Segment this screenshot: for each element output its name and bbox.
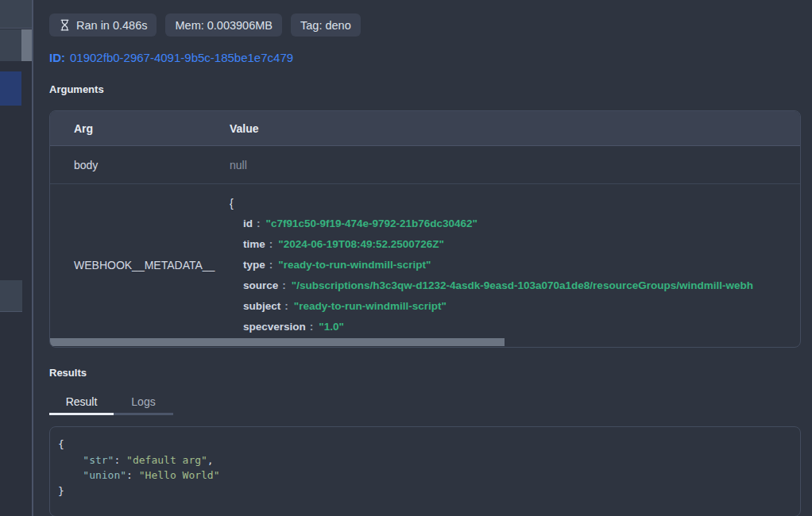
json-value: "2024-06-19T08:49:52.2500726Z" [278, 238, 444, 250]
badge-label: Mem: 0.003906MB [175, 19, 273, 32]
arguments-table-header: Arg Value [50, 111, 800, 146]
sidebar-selected-row[interactable] [0, 71, 21, 106]
left-sidebar [0, 0, 33, 516]
json-key: subject [243, 300, 280, 312]
sidebar-vertical-scrollbar-thumb[interactable] [21, 29, 32, 61]
tab-logs[interactable]: Logs [114, 391, 173, 415]
run-stats-badges: Ran in 0.486sMem: 0.003906MBTag: deno [49, 13, 801, 37]
hourglass-icon [59, 19, 71, 31]
json-entry-specversion: specversion:"1.0" [230, 317, 800, 337]
json-entry-subject: subject:"ready-to-run-windmill-script" [230, 296, 800, 317]
arg-value-null: null [220, 159, 800, 171]
json-value: "1.0" [319, 321, 344, 333]
json-value: "ready-to-run-windmill-script" [278, 259, 431, 271]
results-section-title: Results [49, 367, 801, 379]
json-colon: : [253, 218, 266, 229]
badge-label: Tag: deno [300, 19, 351, 32]
stat-badge-0: Ran in 0.486s [49, 13, 157, 37]
json-key: source [243, 279, 278, 291]
json-object-viewer: {id:"c7f91c50-9f19-474e-9792-21b76dc3046… [220, 193, 800, 337]
json-colon: : [265, 238, 279, 250]
code-line: { [58, 437, 792, 452]
code-line: "union": "Hello World" [58, 468, 792, 483]
json-entry-source: source:"/subscriptions/h3c3qw-d1232-4asd… [230, 275, 800, 296]
tab-result[interactable]: Result [49, 391, 114, 415]
json-open-brace: { [230, 193, 800, 214]
run-id-label: ID: [49, 51, 65, 64]
json-colon: : [306, 321, 319, 333]
json-entry-id: id:"c7f91c50-9f19-474e-9792-21b76dc30462… [230, 214, 800, 234]
json-key: time [243, 238, 265, 250]
column-header-arg: Arg [50, 122, 220, 135]
run-id-value[interactable]: 01902fb0-2967-4091-9b5c-185be1e7c479 [70, 51, 293, 64]
sidebar-list-row-bottom[interactable] [0, 280, 22, 312]
table-row: WEBHOOK__METADATA__ {id:"c7f91c50-9f19-4… [50, 184, 800, 337]
badge-label: Ran in 0.486s [76, 19, 147, 32]
code-line: } [58, 483, 792, 499]
json-key: specversion [243, 321, 306, 333]
json-colon: : [278, 279, 292, 291]
results-tabs: ResultLogs [49, 391, 801, 415]
json-key: type [243, 259, 265, 271]
json-value: "c7f91c50-9f19-474e-9792-21b76dc30462" [266, 218, 478, 229]
sidebar-list-header [0, 0, 32, 29]
arguments-table: Arg Value body null WEBHOOK__METADATA__ … [49, 110, 801, 348]
arg-name-webhook-metadata: WEBHOOK__METADATA__ [50, 193, 220, 337]
json-colon: : [280, 300, 294, 312]
sidebar-list-row[interactable] [0, 29, 32, 61]
main-panel: Ran in 0.486sMem: 0.003906MBTag: deno ID… [33, 0, 812, 516]
json-entry-type: type:"ready-to-run-windmill-script" [230, 255, 800, 275]
json-value: "ready-to-run-windmill-script" [294, 300, 447, 312]
json-colon: : [265, 259, 279, 271]
stat-badge-1: Mem: 0.003906MB [165, 13, 282, 37]
json-entry-time: time:"2024-06-19T08:49:52.2500726Z" [230, 234, 800, 255]
arg-name-body: body [50, 159, 220, 171]
json-key: id [243, 218, 253, 229]
horizontal-scrollbar-thumb[interactable] [50, 338, 505, 346]
json-value: "/subscriptions/h3c3qw-d1232-4asdk-9easd… [292, 279, 753, 291]
result-json-code-block[interactable]: { "str": "default arg", "union": "Hello … [49, 426, 801, 516]
arguments-section-title: Arguments [49, 83, 801, 95]
code-line: "str": "default arg", [58, 452, 792, 468]
run-id-line: ID:01902fb0-2967-4091-9b5c-185be1e7c479 [49, 51, 801, 64]
column-header-value: Value [220, 122, 800, 135]
stat-badge-2: Tag: deno [291, 13, 361, 37]
table-row: body null [50, 146, 800, 184]
arguments-table-horizontal-scrollbar[interactable] [50, 337, 800, 347]
